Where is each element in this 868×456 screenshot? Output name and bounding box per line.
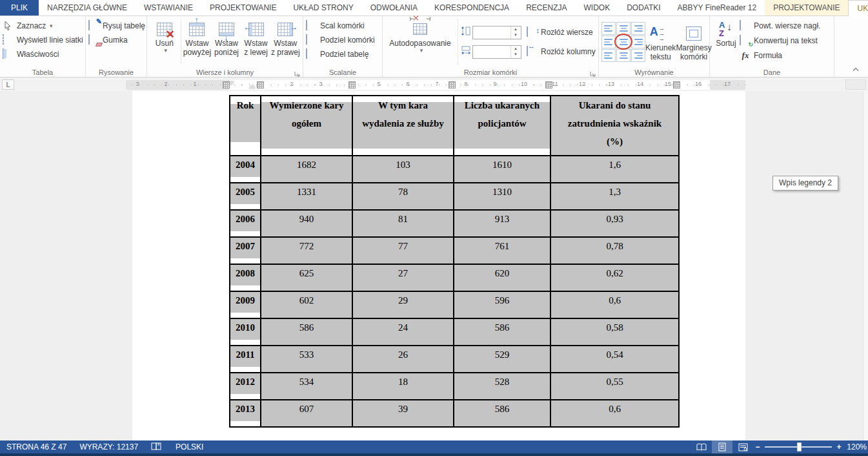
spin-down-icon[interactable]: ▼ <box>511 52 520 58</box>
align-center-right-button[interactable] <box>631 36 645 48</box>
year-cell[interactable]: 2011 <box>230 346 261 373</box>
data-cell[interactable]: 607 <box>261 400 352 427</box>
table-column-marker[interactable] <box>257 81 264 88</box>
data-cell[interactable]: 78 <box>352 183 454 210</box>
horizontal-ruler[interactable]: 32123567891011121314151617 <box>0 80 868 90</box>
tab-korespondencja[interactable]: KORESPONDENCJA <box>426 0 518 16</box>
data-cell[interactable]: 940 <box>261 210 352 237</box>
zoom-out-button[interactable]: − <box>753 442 762 451</box>
proofing-errors-icon[interactable]: x <box>145 442 169 453</box>
data-cell[interactable]: 1682 <box>261 156 352 183</box>
data-cell[interactable]: 1610 <box>454 156 550 183</box>
tab-table-projektowanie[interactable]: PROJEKTOWANIE <box>765 0 848 16</box>
page[interactable]: RokWymierzone karyogółemW tym karawydale… <box>132 91 745 440</box>
autofit-button[interactable]: ⤬ ⊢ ⊣ Autodopasowanie ▼ <box>385 19 455 65</box>
collapse-ribbon-icon[interactable] <box>853 63 859 74</box>
data-cell[interactable]: 0,78 <box>550 237 679 264</box>
zoom-percentage[interactable]: 120% <box>843 442 868 451</box>
header-cell[interactable]: Ukarani do stanuzatrudnienia wskaźnik(%) <box>550 96 679 156</box>
data-cell[interactable]: 0,55 <box>550 373 679 400</box>
column-width-field[interactable]: ▲▼ <box>472 45 521 59</box>
web-layout-button[interactable] <box>732 440 753 453</box>
year-cell[interactable]: 2008 <box>230 264 261 291</box>
insert-below-button[interactable]: ↓ Wstaw poniżej <box>212 19 241 65</box>
data-cell[interactable]: 0,54 <box>550 346 679 373</box>
data-cell[interactable]: 0,6 <box>550 400 679 427</box>
year-cell[interactable]: 2012 <box>230 373 261 400</box>
split-table-button[interactable]: Podziel tabelę <box>306 47 379 61</box>
table-properties-button[interactable]: Właściwości <box>3 47 83 61</box>
header-cell[interactable]: Rok <box>230 96 261 156</box>
data-cell[interactable]: 1,3 <box>550 183 679 210</box>
align-center-left-button[interactable] <box>601 36 616 48</box>
insert-left-button[interactable]: ← Wstaw z lewej <box>241 19 271 65</box>
page-indicator[interactable]: STRONA 46 Z 47 <box>0 442 73 451</box>
data-cell[interactable]: 26 <box>352 346 454 373</box>
table-column-marker[interactable] <box>348 81 356 88</box>
tab-widok[interactable]: WIDOK <box>575 0 618 16</box>
data-cell[interactable]: 0,62 <box>550 264 679 291</box>
sort-button[interactable]: AZ↓ Sortuj <box>712 19 740 65</box>
cell-margins-button[interactable]: Marginesy komórki <box>676 23 711 61</box>
data-cell[interactable]: 602 <box>261 291 352 318</box>
insert-right-button[interactable]: → Wstaw z prawej <box>270 19 300 65</box>
data-cell[interactable]: 81 <box>352 210 454 237</box>
table-column-marker[interactable] <box>449 81 456 88</box>
header-cell[interactable]: W tym karawydalenia ze służby <box>352 96 454 156</box>
read-mode-button[interactable] <box>691 440 712 453</box>
zoom-slider-thumb[interactable] <box>797 442 802 451</box>
delete-button[interactable]: ✕ Usuń ▼ <box>150 19 179 65</box>
convert-to-text-button[interactable]: ↻ Konwertuj na tekst <box>740 34 820 48</box>
header-cell[interactable]: Wymierzone karyogółem <box>261 96 352 156</box>
column-width-input[interactable] <box>473 46 510 58</box>
align-top-center-button[interactable] <box>616 22 631 35</box>
merge-cells-button[interactable]: Scal komórki <box>306 19 379 33</box>
data-cell[interactable]: 24 <box>352 318 454 346</box>
table-column-marker[interactable] <box>223 81 230 88</box>
spin-up-icon[interactable]: ▲ <box>511 26 520 33</box>
tab-uklad-strony[interactable]: UKŁAD STRONY <box>285 0 361 16</box>
data-cell[interactable]: 1,6 <box>550 156 679 183</box>
eraser-button[interactable]: Gumka <box>88 33 144 47</box>
table-column-marker[interactable] <box>545 81 552 88</box>
repeat-header-rows-button[interactable]: Powt. wiersze nagł. <box>740 19 820 33</box>
data-cell[interactable]: 27 <box>352 264 454 291</box>
column-width-spinner[interactable]: ▲▼ <box>510 46 520 58</box>
data-cell[interactable]: 529 <box>454 346 550 373</box>
tab-recenzja[interactable]: RECENZJA <box>518 0 575 16</box>
row-height-field[interactable]: ▲▼ <box>472 26 521 39</box>
data-cell[interactable]: 29 <box>352 291 454 318</box>
year-cell[interactable]: 2009 <box>230 291 261 318</box>
vertical-scrollbar[interactable] <box>863 91 868 440</box>
data-cell[interactable]: 913 <box>454 210 550 237</box>
data-cell[interactable]: 625 <box>261 264 352 291</box>
tab-table-uklad[interactable]: UKŁAD <box>848 0 868 16</box>
data-cell[interactable]: 534 <box>261 373 352 400</box>
data-cell[interactable]: 77 <box>352 237 454 264</box>
align-bottom-right-button[interactable] <box>631 49 645 62</box>
spin-down-icon[interactable]: ▼ <box>511 32 520 39</box>
align-center-button[interactable] <box>616 36 631 48</box>
tab-narzedzia-glowne[interactable]: NARZĘDZIA GŁÓWNE <box>39 0 136 16</box>
table-column-marker[interactable] <box>673 81 680 88</box>
tab-odwolania[interactable]: ODWOŁANIA <box>362 0 426 16</box>
year-cell[interactable]: 2013 <box>230 400 261 427</box>
year-cell[interactable]: 2010 <box>230 318 261 346</box>
distribute-rows-button[interactable]: ↕ Rozłóż wiersze <box>527 25 596 39</box>
data-cell[interactable]: 0,93 <box>550 210 679 237</box>
draw-table-button[interactable]: ✎ Rysuj tabelę <box>88 19 144 33</box>
data-cell[interactable]: 0,58 <box>550 318 679 346</box>
select-button[interactable]: Zaznacz ▼ <box>3 19 83 33</box>
data-cell[interactable]: 528 <box>454 373 550 400</box>
header-cell[interactable]: Liczba ukaranychpolicjantów <box>454 96 550 156</box>
align-bottom-center-button[interactable] <box>616 49 631 62</box>
tab-wstawianie[interactable]: WSTAWIANIE <box>136 0 201 16</box>
align-bottom-left-button[interactable] <box>601 49 616 62</box>
data-cell[interactable]: 1310 <box>454 183 550 210</box>
data-cell[interactable]: 761 <box>454 237 550 264</box>
text-direction-button[interactable]: A→→→ Kierunek tekstu <box>645 23 676 61</box>
year-cell[interactable]: 2006 <box>230 210 261 237</box>
tab-plik[interactable]: PLIK <box>0 0 39 16</box>
word-count[interactable]: WYRAZY: 12137 <box>73 442 145 451</box>
spin-up-icon[interactable]: ▲ <box>511 46 520 52</box>
